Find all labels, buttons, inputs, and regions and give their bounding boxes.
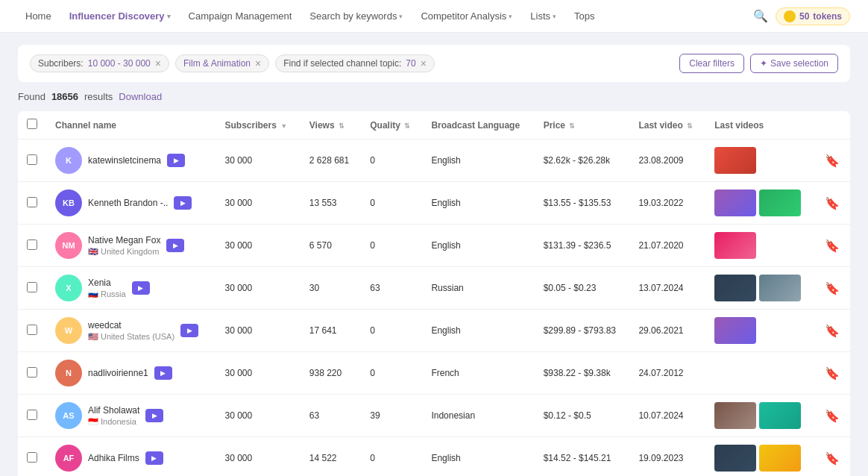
filter-subscribers-close[interactable]: × <box>155 58 161 69</box>
col-quality[interactable]: Quality ⇅ <box>361 111 422 140</box>
nav-tops[interactable]: Tops <box>567 6 602 26</box>
thumb-cell <box>714 147 806 174</box>
bookmark-icon[interactable]: 🔖 <box>825 197 840 210</box>
language-cell: English <box>422 182 534 225</box>
video-thumbnail[interactable] <box>714 232 756 259</box>
video-thumbnail[interactable] <box>714 190 756 216</box>
nav-home[interactable]: Home <box>18 6 59 26</box>
channel-name[interactable]: Alif Sholawat <box>88 405 139 416</box>
language-cell: English <box>422 140 534 182</box>
avatar: K <box>55 147 82 174</box>
last-videos-cell <box>705 225 815 267</box>
last-video-cell: 29.06.2021 <box>629 310 705 352</box>
youtube-button[interactable] <box>154 366 172 380</box>
filter-topic-label: Find if selected channel topic: <box>283 58 401 69</box>
language-cell: English <box>422 310 534 352</box>
results-info: Found 18656 results Download <box>18 91 850 102</box>
quality-cell: 0 <box>361 140 422 182</box>
avatar: W <box>55 317 82 344</box>
filter-chip-subscribers[interactable]: Subcribers: 10 000 - 30 000 × <box>30 54 169 72</box>
filter-category-close[interactable]: × <box>255 58 261 69</box>
col-views[interactable]: Views ⇅ <box>301 111 361 140</box>
row-checkbox-4[interactable] <box>27 325 37 335</box>
col-last-video[interactable]: Last video ⇅ <box>629 111 705 140</box>
channel-cell: K katewinsletcinema <box>55 147 207 174</box>
bookmark-icon[interactable]: 🔖 <box>825 410 840 422</box>
nav-influencer-discovery[interactable]: Influencer Discovery ▾ <box>62 6 178 26</box>
video-thumbnail[interactable] <box>759 445 801 472</box>
language-cell: English <box>422 437 534 477</box>
save-selection-button[interactable]: ✦ Save selection <box>750 54 838 73</box>
select-all-checkbox[interactable] <box>27 119 37 129</box>
channel-name[interactable]: weedcat <box>88 320 174 331</box>
nav-influencer-discovery-chevron: ▾ <box>167 13 171 20</box>
bookmark-icon[interactable]: 🔖 <box>825 154 840 167</box>
row-checkbox-3[interactable] <box>27 282 37 292</box>
channel-name[interactable]: nadlivoirienne1 <box>88 368 148 378</box>
bookmark-icon[interactable]: 🔖 <box>825 239 840 252</box>
video-thumbnail[interactable] <box>714 317 756 344</box>
quality-cell: 63 <box>361 267 422 310</box>
nav-competitor-analysis[interactable]: Competitor Analysis ▾ <box>413 6 520 26</box>
video-thumbnail[interactable] <box>759 402 801 429</box>
filter-subscribers-label: Subcribers: <box>38 58 84 69</box>
row-checkbox-0[interactable] <box>27 154 37 165</box>
row-checkbox-7[interactable] <box>27 452 37 463</box>
filter-chip-topic[interactable]: Find if selected channel topic: 70 × <box>275 54 435 72</box>
search-icon[interactable]: 🔍 <box>749 4 773 28</box>
nav-competitor-analysis-chevron: ▾ <box>509 13 512 20</box>
col-subscribers[interactable]: Subscribers ▼ <box>216 111 300 140</box>
video-thumbnail[interactable] <box>759 275 801 301</box>
nav-lists[interactable]: Lists ▾ <box>523 6 564 26</box>
video-thumbnail[interactable] <box>714 445 756 472</box>
video-thumbnail[interactable] <box>759 190 801 216</box>
channel-info: Native Megan Fox 🇬🇧 United Kingdom <box>88 235 160 257</box>
video-thumbnail[interactable] <box>714 147 756 174</box>
nav-search-by-keywords-label: Search by keywords <box>309 10 397 22</box>
filter-actions: Clear filters ✦ Save selection <box>679 54 838 73</box>
bookmark-icon[interactable]: 🔖 <box>825 452 840 465</box>
youtube-button[interactable] <box>145 451 163 465</box>
youtube-button[interactable] <box>174 196 192 210</box>
nav-campaign-management[interactable]: Campaign Management <box>181 6 300 26</box>
channel-name[interactable]: Native Megan Fox <box>88 235 160 245</box>
row-checkbox-6[interactable] <box>27 410 37 420</box>
youtube-button[interactable] <box>145 409 163 422</box>
youtube-button[interactable] <box>166 239 184 252</box>
bookmark-icon[interactable]: 🔖 <box>825 282 840 295</box>
table-row: X Xenia 🇷🇺 Russia 30 0003063Russian$0.05… <box>18 267 850 310</box>
bookmark-icon[interactable]: 🔖 <box>825 325 840 337</box>
channel-name[interactable]: Kenneth Brandon -.. <box>88 198 168 208</box>
video-thumbnail[interactable] <box>714 275 756 301</box>
last-videos-cell <box>705 395 815 437</box>
youtube-button[interactable] <box>132 281 150 295</box>
filter-topic-close[interactable]: × <box>421 58 427 69</box>
table-row: N nadlivoirienne1 30 000938 2200French$9… <box>18 352 850 395</box>
filter-chip-category[interactable]: Film & Animation × <box>175 54 269 72</box>
nav-search-by-keywords[interactable]: Search by keywords ▾ <box>302 6 410 26</box>
channel-cell: N nadlivoirienne1 <box>55 360 207 386</box>
channel-name[interactable]: Adhika Films <box>88 453 139 463</box>
last-video-cell: 24.07.2012 <box>629 352 705 395</box>
views-sort-icon: ⇅ <box>339 122 345 130</box>
row-checkbox-2[interactable] <box>27 239 37 250</box>
col-price[interactable]: Price ⇅ <box>535 111 630 140</box>
subscribers-cell: 30 000 <box>216 267 300 310</box>
clear-filters-button[interactable]: Clear filters <box>679 54 744 73</box>
download-link[interactable]: Download <box>119 91 162 102</box>
channel-name[interactable]: katewinsletcinema <box>88 155 161 166</box>
row-checkbox-1[interactable] <box>27 197 37 207</box>
bookmark-icon[interactable]: 🔖 <box>825 367 840 380</box>
channel-name[interactable]: Xenia <box>88 278 126 288</box>
youtube-button[interactable] <box>180 324 198 337</box>
last-videos-cell <box>705 310 815 352</box>
token-counter[interactable]: 50 tokens <box>776 7 850 25</box>
last-videos-cell <box>705 437 815 477</box>
table-row: KB Kenneth Brandon -.. 30 00013 5530Engl… <box>18 182 850 225</box>
video-thumbnail[interactable] <box>714 402 756 429</box>
row-checkbox-5[interactable] <box>27 367 37 378</box>
channel-cell: AS Alif Sholawat 🇮🇩 Indonesia <box>55 402 207 429</box>
youtube-button[interactable] <box>167 154 185 167</box>
table-row: AS Alif Sholawat 🇮🇩 Indonesia 30 0006339… <box>18 395 850 437</box>
price-cell: $131.39 - $236.5 <box>535 225 630 267</box>
